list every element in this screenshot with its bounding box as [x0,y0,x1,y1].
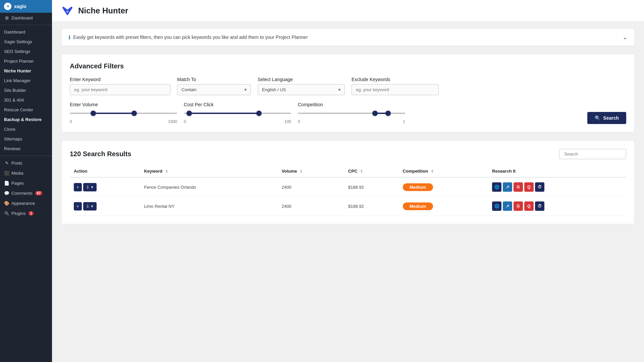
brand-logo-icon: ✕ [4,3,11,10]
sidebar-label: SEO Settings [4,49,30,54]
volume-slider[interactable] [70,110,177,117]
sidebar-item-dashboard[interactable]: Dashboard [0,27,52,37]
topbar: Niche Hunter [52,0,644,22]
row-cpc: $188.92 [344,177,398,197]
competition-thumb-min[interactable] [372,111,378,116]
sidebar-item-posts[interactable]: ✎ Posts [0,158,52,168]
download-button[interactable]: ⇩ ▼ [83,183,97,191]
competition-thumb-max[interactable] [385,111,391,116]
google-icon[interactable]: G [514,182,523,192]
quora-icon[interactable]: Q [524,182,534,192]
competition-max: 1 [403,119,405,124]
volume-thumb-min[interactable] [91,111,96,116]
sidebar-label: Dashboard [4,29,25,35]
sidebar-item-pages[interactable]: 📄 Pages [0,178,52,188]
volume-label: Enter Volume [70,102,177,107]
niche-hunter-logo [61,5,73,17]
results-search-input[interactable] [559,149,626,159]
sidebar-label: Reviews [4,146,20,151]
match-filter-group: Match To Contain Exact ▼ [177,77,251,95]
volume-track [70,113,177,114]
arrow-icon[interactable]: ↗ [503,182,512,192]
cpc-min: 0 [184,119,186,124]
history-icon[interactable]: ⏱ [535,182,544,192]
search-button[interactable]: 🔍 Search [587,112,626,124]
download-button[interactable]: ⇩ ▼ [83,202,97,210]
cpc-thumb-max[interactable] [256,111,262,116]
sidebar-label: Comments [11,191,33,196]
google-icon[interactable]: G [514,201,523,211]
table-row: + ⇩ ▼ Fence Companies Orlando 2400 $188.… [70,177,626,197]
row-volume: 2400 [278,197,344,216]
sidebar-item-backup-restore[interactable]: Backup & Restore [0,115,52,124]
main-content: Niche Hunter ℹ Easily get keywords with … [52,0,644,362]
add-button[interactable]: + [74,183,82,191]
match-select-wrap: Contain Exact ▼ [177,84,251,95]
sidebar-label: Media [11,171,23,176]
sidebar-item-sitemaps[interactable]: Sitemaps [0,134,52,144]
sidebar-item-comments[interactable]: 💬 Comments 87 [0,188,52,198]
row-action: + ⇩ ▼ [70,177,140,197]
results-table: Action Keyword ⇕ Volume ⇕ CPC ⇕ Competit… [70,165,626,216]
row-keyword: Fence Companies Orlando [140,177,277,197]
language-filter-group: Select Language English / US ▼ [258,77,345,95]
sidebar-item-link-manager[interactable]: Link Manager [0,76,52,85]
keyword-filter-group: Enter Keyword [70,77,170,95]
sidebar-item-media[interactable]: ⬛ Media [0,168,52,178]
sidebar-item-dashboard-top[interactable]: ⊞ Dashboard [0,13,52,23]
language-select[interactable]: English / US [258,84,345,95]
quora-icon[interactable]: Q [524,201,534,211]
sidebar-brand[interactable]: ✕ xaglo [0,0,52,13]
col-competition: Competition ⇕ [399,165,488,177]
globe-icon[interactable]: 🌐 [492,201,501,211]
research-icons: 🌐 ↗ G Q ⏱ [492,182,622,192]
sidebar-item-silo-builder[interactable]: Silo Builder [0,85,52,95]
sidebar-label: Project Planner [4,59,34,64]
match-select[interactable]: Contain Exact [177,84,251,95]
cpc-thumb-min[interactable] [186,111,192,116]
row-volume: 2400 [278,177,344,197]
cpc-label: Cost Per Click [184,102,291,107]
add-button[interactable]: + [74,202,82,210]
keyword-input[interactable] [70,84,170,95]
volume-sort-icon[interactable]: ⇕ [300,169,303,173]
arrow-icon[interactable]: ↗ [503,201,512,211]
page-title: Niche Hunter [78,6,128,15]
cpc-sort-icon[interactable]: ⇕ [360,169,363,173]
info-bar: ℹ Easily get keywords with preset filter… [61,28,635,46]
sidebar-item-project-planner[interactable]: Project Planner [0,56,52,66]
exclude-input[interactable] [352,84,439,95]
row-research: 🌐 ↗ G Q ⏱ [488,197,626,216]
sidebar-label: Backup & Restore [4,117,42,122]
competition-minmax: 0 1 [298,119,405,124]
row-keyword: Limo Rental NY [140,197,277,216]
competition-label: Competition [298,102,405,107]
sidebar-item-seo-settings[interactable]: SEO Settings [0,47,52,56]
sidebar-item-rescue-center[interactable]: Rescue Center [0,105,52,115]
sidebar-item-xagio-settings[interactable]: Xagio Settings [0,37,52,47]
competition-slider[interactable] [298,110,405,117]
info-bar-collapse[interactable]: ⌄ [623,34,628,41]
cpc-max: 100 [284,119,291,124]
filters-section: Advanced Filters Enter Keyword Match To … [61,54,635,132]
sidebar-item-301-404[interactable]: 301 & 404 [0,95,52,105]
search-btn-label: Search [603,115,619,121]
posts-icon: ✎ [4,160,9,166]
sidebar-item-clone[interactable]: Clone [0,124,52,134]
sidebar-item-niche-hunter[interactable]: Niche Hunter [0,66,52,76]
sidebar-label: Rescue Center [4,107,33,112]
sidebar-item-plugins[interactable]: 🔌 Plugins 1 [0,208,52,218]
volume-thumb-max[interactable] [131,111,137,116]
results-title: 120 Search Results [70,150,131,158]
sidebar-item-appearance[interactable]: 🎨 Appearance [0,198,52,208]
keyword-sort-icon[interactable]: ⇕ [165,169,168,173]
sidebar-item-reviews[interactable]: Reviews [0,144,52,154]
competition-sort-icon[interactable]: ⇕ [431,169,434,173]
volume-fill [93,113,134,114]
cpc-slider[interactable] [184,110,291,117]
table-header-row: Action Keyword ⇕ Volume ⇕ CPC ⇕ Competit… [70,165,626,177]
competition-badge: Medium [403,183,433,191]
row-cpc: $188.92 [344,197,398,216]
history-icon[interactable]: ⏱ [535,201,544,211]
globe-icon[interactable]: 🌐 [492,182,501,192]
